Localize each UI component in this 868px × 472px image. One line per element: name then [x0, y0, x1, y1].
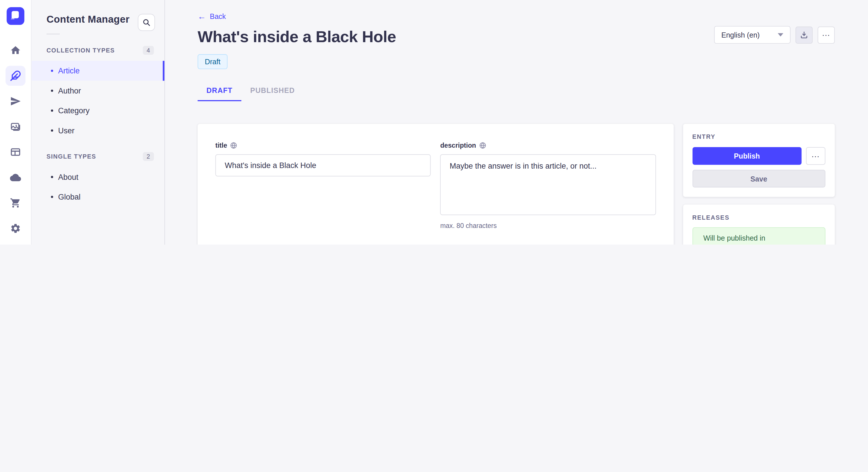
sidebar-item-author[interactable]: Author — [32, 81, 164, 101]
sidebar-item-label: Category — [58, 106, 90, 115]
download-button[interactable] — [795, 26, 813, 43]
save-button[interactable]: Save — [692, 170, 826, 188]
tab-draft[interactable]: DRAFT — [197, 83, 241, 101]
entry-panel: ENTRY Publish ... Save — [683, 124, 835, 197]
edit-form-card: title description Maybe the answer is in… — [197, 124, 673, 245]
sidebar-title: Content Manager — [46, 14, 129, 25]
home-icon[interactable] — [5, 40, 25, 60]
single-types-count: 2 — [143, 152, 154, 161]
back-link[interactable]: ← Back — [197, 12, 226, 20]
media-library-icon[interactable] — [5, 117, 25, 136]
collection-types-count: 4 — [143, 46, 154, 55]
strapi-app: KD Content Manager COLLECTION TYPES 4 Ar… — [0, 0, 868, 245]
back-label: Back — [210, 12, 226, 20]
back-arrow-icon: ← — [197, 12, 206, 20]
sidebar-item-label: Article — [58, 66, 80, 75]
strapi-logo[interactable] — [7, 7, 24, 25]
search-button[interactable] — [138, 14, 155, 31]
sidebar-divider — [46, 34, 60, 34]
deploy-cloud-icon[interactable] — [5, 167, 25, 187]
content-manager-sidebar: Content Manager COLLECTION TYPES 4 Artic… — [32, 0, 165, 245]
sidebar-item-article[interactable]: Article — [32, 61, 164, 80]
description-field-label: description — [440, 142, 476, 149]
bullet-icon — [51, 70, 53, 72]
collection-types-label: COLLECTION TYPES — [46, 47, 115, 54]
releases-panel: RELEASES Will be published in Spring Sum… — [683, 205, 835, 245]
bullet-icon — [51, 109, 53, 112]
more-options-button[interactable]: ... — [817, 26, 835, 43]
more-dots-icon: ... — [822, 33, 830, 37]
sidebar-item-label: About — [58, 173, 79, 181]
sidebar-item-label: User — [58, 126, 74, 135]
release-status: Will be published in — [693, 228, 825, 245]
bullet-icon — [51, 176, 53, 178]
releases-plane-icon[interactable] — [5, 91, 25, 111]
status-badge: Draft — [197, 54, 227, 69]
content-manager-icon[interactable] — [5, 66, 25, 86]
chevron-down-icon — [778, 33, 783, 37]
marketplace-cart-icon[interactable] — [5, 193, 25, 213]
sidebar-item-label: Author — [58, 86, 81, 95]
version-tabs: DRAFT PUBLISHED — [197, 83, 835, 101]
description-textarea[interactable]: Maybe the answer is in this article, or … — [440, 154, 656, 215]
title-field-label: title — [215, 142, 227, 149]
globe-icon — [230, 142, 237, 149]
releases-panel-title: RELEASES — [692, 214, 826, 221]
sidebar-item-global[interactable]: Global — [32, 187, 164, 207]
more-dots-icon: ... — [812, 154, 820, 158]
sidebar-item-about[interactable]: About — [32, 167, 164, 187]
settings-gear-icon[interactable] — [5, 218, 25, 238]
sidebar-item-user[interactable]: User — [32, 121, 164, 140]
field-description: description Maybe the answer is in this … — [440, 142, 656, 230]
entry-panel-title: ENTRY — [692, 133, 826, 140]
main-content: ← Back What's inside a Black Hole Draft … — [165, 0, 868, 245]
locale-value: English (en) — [721, 31, 760, 39]
nav-rail: KD — [0, 0, 32, 245]
release-card: Will be published in Spring Summer highl… — [692, 227, 826, 245]
right-panel: ENTRY Publish ... Save RELEASES Will be … — [683, 124, 835, 245]
single-types-label: SINGLE TYPES — [46, 153, 96, 160]
sidebar-item-label: Global — [58, 193, 81, 201]
description-hint: max. 80 characters — [440, 222, 656, 229]
content-type-builder-icon[interactable] — [5, 142, 25, 162]
bullet-icon — [51, 129, 53, 132]
bullet-icon — [51, 90, 53, 92]
bullet-icon — [51, 196, 53, 198]
title-input[interactable] — [215, 154, 431, 176]
tab-published[interactable]: PUBLISHED — [241, 83, 304, 101]
globe-icon — [479, 142, 486, 149]
entry-more-button[interactable]: ... — [806, 147, 825, 165]
locale-select[interactable]: English (en) — [714, 26, 790, 44]
publish-button[interactable]: Publish — [692, 147, 802, 165]
sidebar-item-category[interactable]: Category — [32, 101, 164, 121]
field-title: title — [215, 142, 431, 230]
